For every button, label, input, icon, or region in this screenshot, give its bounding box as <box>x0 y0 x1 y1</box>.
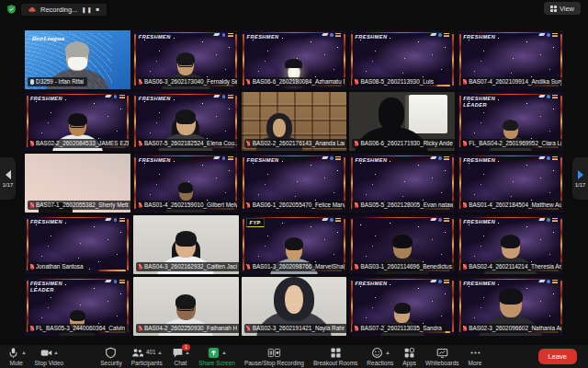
more-icon <box>469 347 481 361</box>
chevron-up-icon[interactable] <box>54 351 58 354</box>
person-hair <box>392 235 413 248</box>
participant-name: BAS01-4_2602184504_Matthew Austi... <box>469 201 561 208</box>
pause-stop-recording-button[interactable]: Pause/Stop Recording <box>244 347 304 366</box>
view-button-label: View <box>560 5 574 13</box>
chevron-up-icon[interactable] <box>386 351 390 354</box>
participant-name: BAS02-4_2602114214_Theresia Anggi... <box>469 263 561 270</box>
video-tile[interactable]: FRESHMENBAS07-5_2602182524_Elena Cou... <box>133 92 239 151</box>
video-tile[interactable]: FRESHMENBAS01-4_2602184504_Matthew Austi… <box>458 154 563 213</box>
toolbar-item-label: Chat <box>175 361 187 367</box>
participant-name: BAS03-1_2602114696_Benedictus Jul... <box>360 263 453 270</box>
mic-muted-icon <box>30 141 34 146</box>
mic-muted-icon <box>30 202 34 208</box>
stars-decoration <box>25 215 26 216</box>
video-tile[interactable]: FRESHMENBAS01-4_2602159010_Gilbert Melve… <box>133 154 239 213</box>
participant-name: D3259 - Irfan Rifai <box>36 78 84 85</box>
person-head <box>379 98 404 130</box>
person-hair <box>503 120 518 131</box>
reactions-button[interactable]: Reactions <box>367 347 393 366</box>
video-tile[interactable]: FRESHMENBAS06-1_2602055470_Felice Marvel… <box>242 154 347 213</box>
participants-button[interactable]: 401Participants <box>131 347 163 366</box>
chevron-up-icon[interactable] <box>22 351 26 354</box>
chevron-up-icon[interactable] <box>186 351 189 354</box>
freshmen-logo-text: FRESHMEN <box>247 157 279 164</box>
video-tile[interactable]: FRESHMENBAS07-2_2602113035_Sandra <box>349 277 455 336</box>
participant-name-label: BAS02-2_2602084533_JAMES EZRA... <box>28 139 130 148</box>
video-tile[interactable]: BAS06-6_2602171930_Ricky Anderson <box>349 92 455 151</box>
participant-name: BAS02-2_2602176143_Ananda Ladya... <box>253 140 345 146</box>
video-tile[interactable]: FRESHMENLEADERFL_BAS05-3_2440060364_Calv… <box>25 277 130 336</box>
toolbar-icon-row <box>267 347 281 359</box>
video-tile[interactable]: FRESHMENBAS05-5_2602128005_Evan natawija… <box>349 154 455 213</box>
pause-recording-icon[interactable]: ❚❚ <box>81 6 92 13</box>
mic-muted-icon <box>463 79 467 85</box>
stop-video-button[interactable]: Stop Video <box>35 347 64 366</box>
freshmen-logo-text: FRESHMEN <box>463 34 495 40</box>
video-tile[interactable]: FRESHMENBAS02-3_2602096602_Nathania Adly… <box>458 277 563 336</box>
background-logos <box>539 156 559 160</box>
person-face <box>273 119 285 137</box>
video-tile[interactable]: BAS02-2_2602176143_Ananda Ladya... <box>242 92 347 151</box>
page-indicator-right: 1/17 <box>575 182 586 188</box>
mute-button[interactable]: Mute <box>7 347 26 366</box>
video-tile[interactable]: FYPBAS01-3_2602098766_MarvelShalom... <box>242 215 347 274</box>
participant-name: Jonathan Santosa <box>36 263 84 270</box>
view-button[interactable]: View <box>544 2 581 15</box>
video-tile[interactable]: FRESHMENBAS06-6_2602180084_Azhamatu Nur.… <box>242 30 347 89</box>
participant-name-label: BAS01-4_2602184504_Matthew Austi... <box>460 201 563 210</box>
more-button[interactable]: More <box>469 347 482 366</box>
person-glasses <box>177 306 193 311</box>
person-hair <box>501 235 521 248</box>
video-tile[interactable]: FRESHMENLEADERFL_BAS04-2_2501969952_Clar… <box>458 92 563 151</box>
mic-icon <box>30 79 34 85</box>
mic-muted-icon <box>30 326 34 331</box>
video-tile[interactable]: FRESHMENJonathan Santosa <box>25 215 130 274</box>
encryption-shield-icon[interactable] <box>6 4 17 15</box>
participant-name-label: BAS08-5_2602113930_Luis <box>352 77 437 86</box>
video-tile[interactable]: FRESHMENBAS07-4_2602109914_Andika Surya.… <box>458 30 563 89</box>
video-tile[interactable]: FRESHMENBAS06-3_2602173040_Fernaldy Seti… <box>133 30 239 89</box>
participant-name-label: BAS04-3_2602162932_Caitlen Jacint... <box>136 262 239 271</box>
toolbar-icon-row <box>40 347 59 359</box>
toolbar-item-label: More <box>469 361 482 367</box>
chevron-up-icon[interactable] <box>158 351 162 354</box>
video-tile[interactable]: BeeLinguaD3259 - Irfan Rifai <box>25 30 130 89</box>
toolbar-item-label: Participants <box>131 361 163 367</box>
video-tile[interactable]: BAS02-3_2602191421_Nayla Rahmani... <box>242 277 347 336</box>
participant-name-label: BAS04-2_2602250930_Faihanah Hani... <box>136 324 239 333</box>
next-page-button[interactable]: 1/17 <box>572 157 588 200</box>
participant-name-label: D3259 - Irfan Rifai <box>28 77 87 86</box>
video-tile[interactable]: FRESHMENBAS02-2_2602084533_JAMES EZRA... <box>25 92 130 151</box>
video-tile[interactable]: FRESHMENBAS08-5_2602113930_Luis <box>349 30 455 89</box>
stars-decoration <box>349 154 350 155</box>
video-tile[interactable]: BAS04-2_2602250930_Faihanah Hani... <box>133 277 239 336</box>
recording-cloud-icon <box>28 6 37 13</box>
leave-button[interactable]: Leave <box>538 349 577 364</box>
whiteboards-button[interactable]: Whiteboards <box>425 347 459 366</box>
video-tile[interactable]: BAS03-1_2602114696_Benedictus Jul... <box>349 215 455 274</box>
mic-icon <box>7 347 19 361</box>
freshmen-logo-text: FRESHMEN <box>463 157 495 164</box>
mic-muted-icon <box>247 264 251 270</box>
video-tile[interactable]: BAS04-3_2602162932_Caitlen Jacint... <box>133 215 239 274</box>
security-button[interactable]: Security <box>100 347 121 366</box>
shield-icon <box>105 347 117 361</box>
video-tile[interactable]: BAS07-1_2602055382_Sherly Metta V... <box>25 154 130 213</box>
chevron-up-icon[interactable] <box>222 351 226 354</box>
stop-recording-icon[interactable]: ■ <box>96 6 101 12</box>
person-hair <box>175 109 196 124</box>
participant-name-label: BAS03-1_2602114696_Benedictus Jul... <box>352 262 455 271</box>
background-logos <box>431 33 450 37</box>
toolbar-item-label: Stop Video <box>35 361 64 367</box>
previous-page-button[interactable]: 1/17 <box>0 157 16 200</box>
share-screen-button[interactable]: Share Screen <box>198 347 235 366</box>
video-tile[interactable]: FRESHMENBAS02-4_2602114214_Theresia Angg… <box>458 215 563 274</box>
chat-button[interactable]: 1Chat <box>172 347 190 366</box>
participant-name: BAS06-6_2602180084_Azhamatu Nur... <box>253 78 345 85</box>
person-hair <box>178 182 193 192</box>
apps-button[interactable]: Apps <box>402 347 416 366</box>
breakout-rooms-button[interactable]: Breakout Rooms <box>313 347 357 366</box>
person-hair <box>499 288 523 305</box>
camera-icon <box>40 347 52 361</box>
recording-label: Recording... <box>40 6 77 14</box>
